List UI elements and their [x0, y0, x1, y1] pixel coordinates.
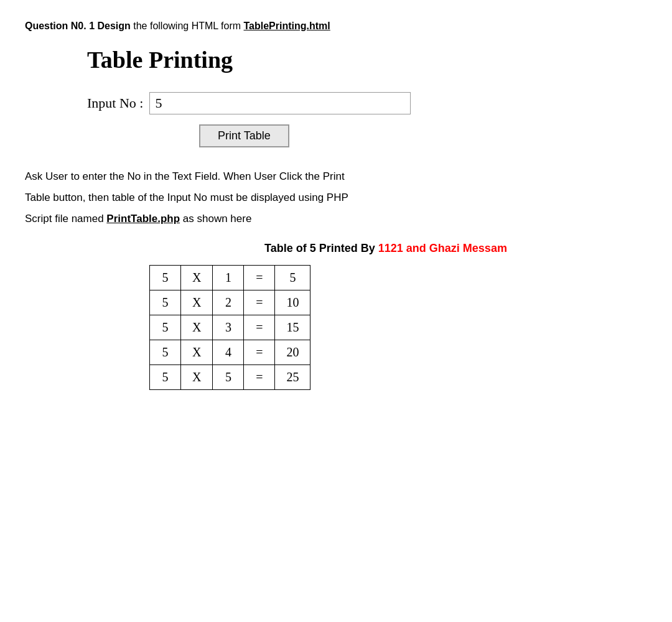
table-cell: X — [181, 315, 213, 340]
table-cell: = — [244, 266, 275, 290]
question-text: the following HTML form — [133, 21, 243, 31]
table-cell: 5 — [150, 365, 181, 390]
table-cell: 25 — [275, 365, 310, 390]
multiplication-table: 5X1=55X2=105X3=155X4=205X5=25 — [149, 265, 310, 390]
table-cell: X — [181, 266, 213, 290]
table-row: 5X1=5 — [150, 266, 310, 290]
table-cell: 3 — [213, 315, 244, 340]
page-title: Table Printing — [87, 46, 647, 73]
question-bold: Question N0. 1 Design — [25, 21, 131, 31]
input-label: Input No : — [87, 95, 143, 111]
table-cell: 10 — [275, 290, 310, 315]
table-cell: 5 — [150, 266, 181, 290]
table-cell: 15 — [275, 315, 310, 340]
desc-line2: Table button, then table of the Input No… — [25, 192, 348, 203]
print-table-button[interactable]: Print Table — [199, 124, 289, 147]
table-cell: X — [181, 290, 213, 315]
input-row: Input No : — [87, 92, 647, 114]
table-row: 5X2=10 — [150, 290, 310, 315]
table-row: 5X5=25 — [150, 365, 310, 390]
table-cell: = — [244, 365, 275, 390]
form-area: Input No : Print Table — [87, 92, 647, 147]
table-cell: = — [244, 315, 275, 340]
table-cell: 1 — [213, 266, 244, 290]
table-cell: X — [181, 340, 213, 365]
desc-line1: Ask User to enter the No in the Text Fie… — [25, 170, 345, 182]
table-cell: = — [244, 290, 275, 315]
number-input[interactable] — [149, 92, 411, 114]
table-heading-highlight: 1121 and Ghazi Messam — [378, 242, 507, 254]
php-filename: PrintTable.php — [106, 213, 180, 225]
table-cell: 5 — [275, 266, 310, 290]
table-heading-prefix: Table of 5 Printed By — [264, 242, 378, 254]
table-cell: 4 — [213, 340, 244, 365]
desc-line3-suffix: as shown here — [180, 213, 251, 225]
table-row: 5X4=20 — [150, 340, 310, 365]
table-cell: 5 — [213, 365, 244, 390]
filename-link: TablePrinting.html — [244, 21, 330, 31]
table-cell: 5 — [150, 315, 181, 340]
desc-line3-prefix: Script file named — [25, 213, 106, 225]
table-heading: Table of 5 Printed By 1121 and Ghazi Mes… — [124, 242, 647, 255]
question-line: Question N0. 1 Design the following HTML… — [25, 19, 647, 34]
table-row: 5X3=15 — [150, 315, 310, 340]
table-cell: 20 — [275, 340, 310, 365]
description: Ask User to enter the No in the Text Fie… — [25, 166, 560, 230]
table-cell: 5 — [150, 340, 181, 365]
table-cell: 2 — [213, 290, 244, 315]
table-cell: 5 — [150, 290, 181, 315]
table-cell: X — [181, 365, 213, 390]
table-cell: = — [244, 340, 275, 365]
